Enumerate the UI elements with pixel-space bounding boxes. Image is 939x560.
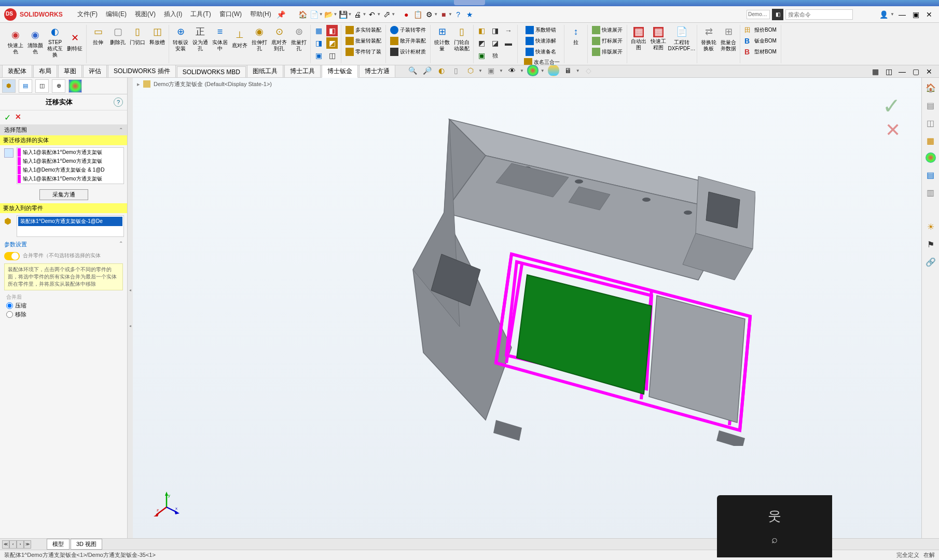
user-icon[interactable]: 👤: [878, 9, 889, 20]
ribbon-grid-5-icon[interactable]: ▣: [313, 50, 324, 61]
user-dropdown-icon[interactable]: ▼: [890, 12, 894, 17]
display-style-icon[interactable]: ▣: [486, 65, 497, 76]
panel-tab-dim-icon[interactable]: ⊕: [52, 79, 65, 93]
ribbon-fast-unfold[interactable]: 快速展开: [590, 25, 625, 35]
ribbon-board-install[interactable]: ⊕转板设安装: [171, 25, 190, 53]
rebuild-icon[interactable]: ●: [401, 9, 412, 20]
tab-dr-tube[interactable]: 博士方通: [359, 65, 395, 77]
section-selection[interactable]: 选择范围 ⌃: [0, 124, 127, 135]
ribbon-quote-bom[interactable]: 田报价BOM: [742, 25, 779, 35]
undo-dropdown-icon[interactable]: ▼: [377, 12, 381, 17]
ribbon-clear-color[interactable]: ◉清除颜色: [26, 28, 45, 56]
hs-dd-icon[interactable]: ▼: [520, 68, 524, 73]
star-icon[interactable]: ★: [464, 9, 475, 20]
ribbon-mark-unfold[interactable]: 打标展开: [590, 36, 625, 46]
tab-nav-last-icon[interactable]: ≫: [24, 540, 31, 549]
zoom-fit-icon[interactable]: 🔍: [407, 65, 418, 76]
options-icon[interactable]: 📋: [412, 9, 423, 20]
select-dropdown-icon[interactable]: ▼: [391, 12, 395, 17]
confirm-feature-icon[interactable]: ✓: [882, 93, 901, 119]
render-icon[interactable]: 🖥: [562, 65, 574, 76]
rd-dd-icon[interactable]: ▼: [576, 68, 580, 73]
ribbon-replace-board[interactable]: ⇄替换轮换板: [699, 25, 718, 53]
open-icon[interactable]: 📂: [323, 9, 335, 20]
settings-icon[interactable]: ⚙: [423, 9, 435, 20]
ribbon-sub-to-part[interactable]: 子装转零件: [388, 25, 428, 35]
section-view-icon[interactable]: ▯: [450, 65, 462, 76]
ribbon-auto-asm[interactable]: ▯门轮自动装配: [452, 25, 471, 53]
widget-person-icon[interactable]: 웃: [768, 507, 781, 525]
pin-icon[interactable]: 📌: [275, 9, 287, 20]
menu-tools[interactable]: 工具(T): [186, 8, 215, 21]
ribbon-s5-icon[interactable]: ◪: [489, 37, 501, 49]
panel-tab-display-icon[interactable]: ◫: [35, 79, 49, 93]
taskpane-appear-icon[interactable]: [926, 152, 936, 163]
selection-item[interactable]: 输入1@装配体1^Demo方通支架钣: [18, 175, 123, 183]
print-icon[interactable]: 🖨: [352, 9, 363, 20]
cancel-feature-icon[interactable]: ✕: [885, 119, 901, 141]
save-dropdown-icon[interactable]: ▼: [348, 12, 352, 17]
ribbon-extrude[interactable]: ▭拉伸: [89, 25, 107, 47]
help-toolbar-icon[interactable]: ?: [452, 9, 464, 20]
ribbon-layout-unfold[interactable]: 排版展开: [590, 47, 625, 57]
undo-icon[interactable]: ↶: [366, 9, 378, 20]
ribbon-del-feature[interactable]: ✕删特征: [65, 31, 84, 53]
zoom-area-icon[interactable]: 🔎: [421, 65, 433, 76]
appearance-icon[interactable]: [527, 65, 538, 76]
vo-dd-icon[interactable]: ▼: [478, 68, 482, 73]
breadcrumb-expand-icon[interactable]: ▸: [137, 81, 140, 88]
ribbon-s1-icon[interactable]: ◧: [476, 25, 487, 36]
merge-parts-toggle[interactable]: [4, 252, 20, 260]
tab-dr-sheetmetal[interactable]: 博士钣金: [322, 65, 358, 78]
misc-dropdown-icon[interactable]: ▼: [448, 12, 452, 17]
panel-tab-appear-icon[interactable]: [68, 79, 82, 93]
ribbon-grid-6-icon[interactable]: ◫: [326, 50, 338, 61]
panel-tab-feature-icon[interactable]: ⬢: [2, 79, 16, 93]
collect-button[interactable]: 采集方通: [39, 189, 88, 200]
scene-icon[interactable]: [548, 65, 559, 76]
ds-dd-icon[interactable]: ▼: [499, 68, 503, 73]
ribbon-dissolve-asm[interactable]: 散开并装配: [388, 36, 428, 46]
radio-suppress[interactable]: [6, 302, 13, 309]
new-icon[interactable]: 📄: [309, 9, 320, 20]
ribbon-quick-solve[interactable]: 快速添解: [523, 36, 558, 46]
ribbon-multi-to-asm[interactable]: 多实转装配: [343, 25, 383, 35]
floating-widget[interactable]: 웃 ⌕: [717, 495, 832, 557]
panel-splitter[interactable]: ◂ ◂: [128, 78, 133, 538]
tab-assembly[interactable]: 装配体: [2, 65, 32, 77]
breadcrumb-text[interactable]: Demo方通支架钣金 (Default<Display State-1>): [154, 80, 272, 88]
ap-dd-icon[interactable]: ▼: [541, 68, 545, 73]
select-icon[interactable]: ⬀: [381, 9, 392, 20]
ribbon-grid-3-icon[interactable]: ◨: [313, 37, 324, 49]
tab-nav-next-icon[interactable]: ›: [17, 540, 24, 549]
menu-edit[interactable]: 编辑(E): [102, 8, 131, 21]
widget-chat-icon[interactable]: ⌕: [771, 534, 778, 545]
tab-nav-prev-icon[interactable]: ‹: [9, 540, 17, 549]
ribbon-cabinet-material[interactable]: 设计柜材质: [388, 47, 428, 57]
ribbon-profile-bom[interactable]: B型材BOM: [742, 47, 779, 57]
menu-window[interactable]: 窗口(W): [215, 8, 246, 21]
ribbon-batch-merge[interactable]: ⊞批量合并数据: [719, 25, 738, 53]
document-name-box[interactable]: [747, 10, 770, 19]
ribbon-quick-color[interactable]: ◉快速上色: [6, 28, 25, 56]
radio-remove[interactable]: [6, 311, 13, 318]
view-tab-3d[interactable]: 3D 视图: [71, 539, 102, 550]
tab-drawing-tools[interactable]: 图纸工具: [247, 65, 283, 77]
ribbon-body-center[interactable]: ≡实体居中: [211, 25, 229, 53]
target-item[interactable]: 装配体1^Demo方通支架钣金-1@De: [18, 217, 122, 226]
ribbon-s6-icon[interactable]: ▬: [503, 37, 514, 49]
vp-max-icon[interactable]: ▢: [910, 66, 921, 77]
panel-cancel-icon[interactable]: ✕: [15, 113, 21, 122]
ribbon-solo[interactable]: 独: [489, 50, 501, 61]
panel-help-icon[interactable]: ?: [114, 97, 123, 107]
prev-view-icon[interactable]: ◐: [436, 65, 447, 76]
section-params[interactable]: 参数设置 ⌃: [0, 239, 127, 250]
vp-split-icon[interactable]: ◫: [883, 66, 894, 77]
ribbon-relief[interactable]: ◫释放槽: [148, 25, 167, 47]
ribbon-quick-name[interactable]: 快速备名: [523, 47, 558, 57]
restore-icon[interactable]: ▣: [910, 9, 921, 20]
selection-item[interactable]: 输入1@Demo方通支架钣金 & 1@D: [18, 166, 123, 174]
vp-close-icon[interactable]: ✕: [923, 66, 935, 77]
home-icon[interactable]: 🏠: [297, 9, 309, 20]
open-dropdown-icon[interactable]: ▼: [334, 12, 338, 17]
